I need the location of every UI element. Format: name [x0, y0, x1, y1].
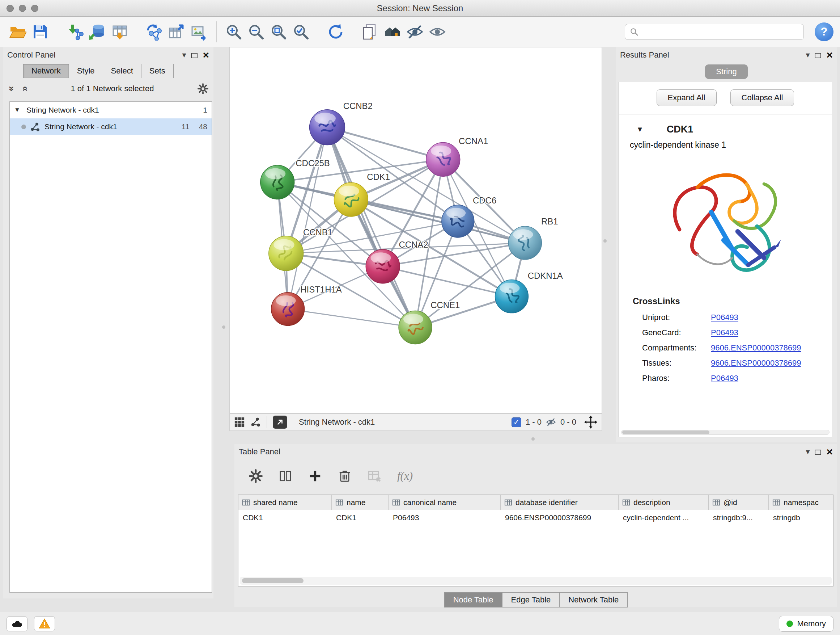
panel-close-icon[interactable]: × [826, 447, 833, 457]
cloud-status-button[interactable] [6, 616, 27, 631]
tab-network[interactable]: Network [23, 64, 69, 78]
open-external-button[interactable] [273, 416, 287, 429]
copy-button[interactable] [359, 20, 381, 43]
results-scrollbar[interactable] [621, 430, 829, 435]
table-settings-gear-icon[interactable] [249, 469, 263, 483]
crosslink-link[interactable]: 9606.ENSP00000378699 [711, 358, 801, 368]
save-session-button[interactable] [29, 20, 51, 43]
network-row-label: String Network - cdk1 [44, 122, 117, 131]
collapse-all-icon[interactable]: » [7, 86, 17, 91]
results-scrollbar-thumb[interactable] [622, 431, 709, 434]
selected-checkbox-icon[interactable]: ✓ [512, 417, 521, 427]
panel-collapse-icon[interactable]: ▾ [182, 50, 186, 60]
warning-icon [39, 618, 50, 630]
string-share-icon[interactable] [251, 417, 261, 427]
crosslink-row: GeneCard: P06493 [619, 325, 832, 340]
network-options-gear-icon[interactable] [197, 83, 208, 94]
delete-column-icon[interactable] [338, 469, 352, 483]
section-caret-icon[interactable]: ▼ [636, 125, 644, 134]
splitter-grip[interactable] [531, 437, 535, 440]
network-row-selected[interactable]: String Network - cdk1 11 48 [10, 119, 212, 135]
column-header[interactable]: @id [709, 495, 769, 510]
tab-edge-table[interactable]: Edge Table [502, 592, 560, 608]
refresh-button[interactable] [325, 20, 347, 43]
panel-collapse-icon[interactable]: ▾ [806, 447, 810, 456]
column-header[interactable]: description [619, 495, 709, 510]
zoom-in-button[interactable] [223, 20, 245, 43]
column-header[interactable]: database identifier [501, 495, 619, 510]
zoom-out-button[interactable] [245, 20, 267, 43]
column-header[interactable]: namespac [769, 495, 833, 510]
toggle-columns-icon[interactable] [279, 469, 292, 483]
create-column-icon[interactable] [308, 469, 322, 483]
crosslink-link[interactable]: 9606.ENSP00000378699 [711, 343, 801, 353]
network-collection-row[interactable]: ▼ String Network - cdk1 1 [10, 102, 212, 119]
expand-all-icon[interactable]: » [20, 86, 29, 91]
protein-section-header[interactable]: ▼ CDK1 [619, 114, 832, 138]
panel-float-icon[interactable] [815, 449, 821, 455]
crosslink-link[interactable]: P06493 [711, 374, 738, 383]
panel-float-icon[interactable] [191, 52, 197, 58]
zoom-fit-button[interactable] [267, 20, 290, 43]
column-header[interactable]: name [332, 495, 388, 510]
network-canvas[interactable]: CCNB2CCNA1CDC25BCDK1CDC6RB1CCNB1CCNA2CDK… [230, 48, 602, 413]
column-header[interactable]: canonical name [388, 495, 501, 510]
zoom-window-button[interactable] [31, 5, 38, 12]
panel-collapse-icon[interactable]: ▾ [806, 50, 810, 60]
table-cell[interactable]: P06493 [388, 510, 501, 525]
table-row[interactable]: CDK1 CDK1 P06493 9606.ENSP00000378699 cy… [238, 510, 833, 525]
splitter-grip[interactable] [222, 325, 225, 329]
tab-sets[interactable]: Sets [141, 64, 174, 78]
help-button[interactable]: ? [815, 22, 834, 41]
panel-close-icon[interactable]: × [202, 50, 209, 60]
table-cell[interactable]: stringdb:9... [709, 510, 769, 525]
export-table-icon [168, 23, 186, 41]
crosslink-link[interactable]: P06493 [711, 313, 738, 322]
table-cell[interactable]: CDK1 [238, 510, 332, 525]
table-cell[interactable]: stringdb [769, 510, 833, 525]
string-home-button[interactable] [381, 20, 404, 43]
import-table-button[interactable] [109, 20, 131, 43]
warnings-button[interactable] [34, 616, 55, 631]
column-header[interactable]: shared name [238, 495, 332, 510]
hide-selected-button[interactable] [404, 20, 426, 43]
table-cell[interactable]: cyclin-dependent ... [619, 510, 709, 525]
tab-network-table[interactable]: Network Table [559, 592, 628, 608]
panel-float-icon[interactable] [815, 52, 821, 58]
table-horizontal-scrollbar[interactable] [240, 577, 832, 585]
table-cell[interactable]: CDK1 [332, 510, 388, 525]
pan-crosshair-icon[interactable] [584, 416, 597, 429]
memory-button[interactable]: Memory [779, 616, 834, 632]
panel-close-icon[interactable]: × [826, 50, 833, 60]
function-builder-button[interactable]: f(x) [397, 470, 413, 483]
export-image-button[interactable] [188, 20, 210, 43]
collapse-all-button[interactable]: Collapse All [730, 89, 794, 106]
import-network-file-button[interactable] [64, 20, 86, 43]
tab-node-table[interactable]: Node Table [444, 592, 502, 608]
crosslink-label: Tissues: [642, 358, 711, 368]
expand-all-button[interactable]: Expand All [657, 89, 717, 106]
import-network-database-button[interactable] [86, 20, 109, 43]
close-window-button[interactable] [6, 5, 14, 12]
import-network-icon [66, 23, 84, 41]
tab-select[interactable]: Select [103, 64, 141, 78]
tree-expander-icon[interactable]: ▼ [14, 106, 22, 114]
minimize-window-button[interactable] [19, 5, 26, 12]
table-scrollbar-thumb[interactable] [242, 578, 303, 583]
status-bar: Memory [0, 612, 840, 635]
show-all-button[interactable] [426, 20, 448, 43]
results-tab-string[interactable]: String [705, 65, 747, 79]
tab-style[interactable]: Style [69, 64, 103, 78]
search-input[interactable] [642, 27, 799, 36]
splitter-grip[interactable] [603, 239, 607, 242]
save-icon [32, 23, 49, 41]
zoom-selected-button[interactable] [290, 20, 312, 43]
export-table-button[interactable] [166, 20, 188, 43]
birdseye-toggle-icon[interactable] [234, 417, 245, 428]
crosslink-link[interactable]: P06493 [711, 328, 738, 337]
table-cell[interactable]: 9606.ENSP00000378699 [501, 510, 619, 525]
open-session-button[interactable] [6, 20, 29, 43]
new-network-button[interactable] [143, 20, 166, 43]
refresh-icon [327, 23, 344, 41]
copy-icon [362, 23, 379, 41]
